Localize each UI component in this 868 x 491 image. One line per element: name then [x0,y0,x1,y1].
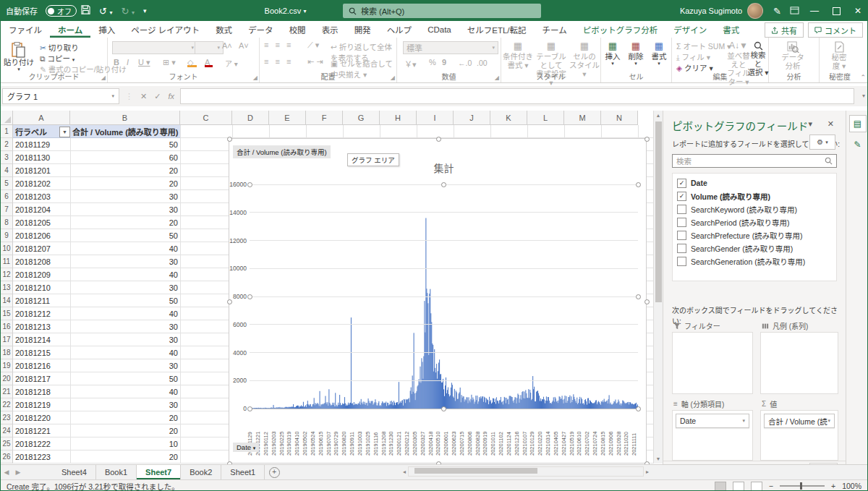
value-cell[interactable]: 20 [70,424,180,437]
clipboard-dialog-launcher-icon[interactable]: ◢ [101,74,106,81]
percent-icon[interactable]: % [429,58,436,67]
value-cell[interactable]: 60 [70,151,180,164]
ribbon-tab-数式[interactable]: 数式 [208,21,240,38]
row-header-23[interactable]: 23 [1,411,13,424]
ribbon-tab-ページ レイアウト[interactable]: ページ レイアウト [123,21,208,38]
formula-input[interactable] [180,88,854,104]
avatar[interactable] [747,3,763,19]
ribbon-tab-CData[interactable]: CData [420,21,459,38]
ribbon-tab-データ[interactable]: データ [240,21,281,38]
selection-handle[interactable] [227,137,232,142]
value-cell[interactable]: 20 [70,216,180,229]
increase-decimal-icon[interactable]: ←.0 [458,59,472,67]
value-cell[interactable]: 20 [70,164,180,177]
value-cell[interactable]: 40 [70,385,180,398]
date-cell[interactable]: 20181201 [13,164,70,177]
pane-options-icon[interactable]: ▾ [808,119,812,129]
date-cell[interactable]: 20181213 [13,320,70,333]
sheet-tab-Sheet1[interactable]: Sheet1 [221,465,265,479]
row-header-16[interactable]: 16 [1,320,13,333]
field-item-Date[interactable]: ✓Date [673,176,836,189]
sheet-tab-Sheet4[interactable]: Sheet4 [53,465,96,479]
document-title[interactable]: Book2.csv ▾ [260,1,312,21]
selection-handle[interactable] [636,294,641,299]
column-header-F[interactable]: F [306,111,343,125]
scroll-up-icon[interactable]: ▲ [654,111,663,120]
fill-button[interactable]: ⤓ フィル ▾ [676,51,710,62]
row-header-11[interactable]: 11 [1,255,13,268]
field-list-pane-icon[interactable]: ▤ [849,115,867,132]
row-header-12[interactable]: 12 [1,268,13,281]
vertical-scroll-thumb[interactable] [655,121,662,302]
selection-handle[interactable] [441,406,446,411]
selection-handle[interactable] [227,299,232,304]
column-header-I[interactable]: I [417,111,454,125]
date-cell[interactable]: 20181218 [13,385,70,398]
vertical-scrollbar[interactable]: ▲ ▼ [653,111,663,464]
field-item-SearchGender[interactable]: SearchGender (読み取り専用) [673,242,836,255]
pen-mode-icon[interactable]: ✎ [773,6,781,17]
date-cell[interactable]: 20181209 [13,268,70,281]
expand-formula-bar-icon[interactable]: ▾ [862,93,865,99]
column-header-C[interactable]: C [180,111,232,125]
date-cell[interactable]: 20181211 [13,294,70,307]
selection-handle[interactable] [247,182,252,187]
date-cell[interactable]: 20181214 [13,333,70,346]
field-checkbox[interactable] [677,244,686,253]
date-cell[interactable]: 20181216 [13,359,70,372]
axis-drop-area[interactable]: Date▾ [672,410,753,461]
sheet-tab-Book1[interactable]: Book1 [96,465,137,479]
value-cell[interactable]: 20 [70,451,180,464]
column-header-B[interactable]: B [70,111,180,125]
row-header-21[interactable]: 21 [1,385,13,398]
plot-area[interactable]: 0200040006000800010000120001400016000 [250,184,638,409]
field-item-SearchGeneration[interactable]: SearchGeneration (読み取り専用) [673,255,836,268]
sheet-tab-Book2[interactable]: Book2 [181,465,221,479]
comment-button[interactable]: コメント [808,22,863,38]
hscroll-left-icon[interactable]: ◂ [403,469,406,475]
selection-handle[interactable] [436,137,441,142]
date-cell[interactable]: 20181205 [13,216,70,229]
value-cell[interactable]: 30 [70,255,180,268]
row-header-7[interactable]: 7 [1,203,13,216]
row-header-13[interactable]: 13 [1,281,13,294]
date-cell[interactable]: 20181210 [13,281,70,294]
filters-drop-area[interactable] [672,332,753,394]
date-cell[interactable]: 20181215 [13,346,70,359]
collapse-ribbon-icon[interactable]: ⌃ [860,74,866,81]
date-cell[interactable]: 20181204 [13,203,70,216]
date-cell[interactable]: 20181212 [13,307,70,320]
column-header-E[interactable]: E [269,111,306,125]
ribbon-display-options-icon[interactable] [790,6,799,17]
chart-series-field-button[interactable]: 合計 / Volume (読み取り専用) [233,145,331,158]
minimize-button[interactable]: — [804,1,825,21]
axis-field-pill[interactable]: Date▾ [676,414,749,428]
selection-handle[interactable] [644,137,650,142]
date-cell[interactable]: 20181203 [13,190,70,203]
page-break-view-icon[interactable] [751,482,762,491]
zoom-in-icon[interactable]: + [831,482,835,490]
pivot-chart[interactable]: 合計 / Volume (読み取り専用) グラフ エリア 集計 02000400… [229,138,647,464]
row-header-17[interactable]: 17 [1,333,13,346]
qat-customize-icon[interactable]: ▾ [143,7,147,14]
insert-function-icon[interactable]: fx [168,92,174,101]
page-layout-view-icon[interactable] [733,482,744,491]
font-name-select[interactable]: ▾ [112,41,197,54]
sheet-nav-right-icon[interactable]: ▶ [12,465,24,479]
column-header-G[interactable]: G [343,111,380,125]
date-cell[interactable]: 20181130 [13,151,70,164]
value-cell[interactable]: 30 [70,333,180,346]
close-button[interactable]: ✕ [847,1,868,21]
value-cell[interactable]: 50 [70,138,180,151]
zoom-slider[interactable] [780,485,825,487]
field-item-SearchPrefecture[interactable]: SearchPrefecture (読み取り専用) [673,229,836,242]
font-size-select[interactable]: ▾ [195,41,224,54]
indent-icons[interactable]: ⇤ ⇥ [307,57,323,67]
autosum-button[interactable]: Σ オート SUM ▾ [676,40,731,51]
pane-search-input[interactable]: 検索 [672,154,837,168]
date-cell[interactable]: 20181223 [13,451,70,464]
phonetic-guide-button[interactable]: ア ▾ [225,58,238,69]
values-drop-area[interactable]: 合計 / Volume (読み...▾ [760,410,838,461]
zoom-slider-thumb[interactable] [800,482,802,490]
comma-style-icon[interactable]: 9 [442,58,446,67]
